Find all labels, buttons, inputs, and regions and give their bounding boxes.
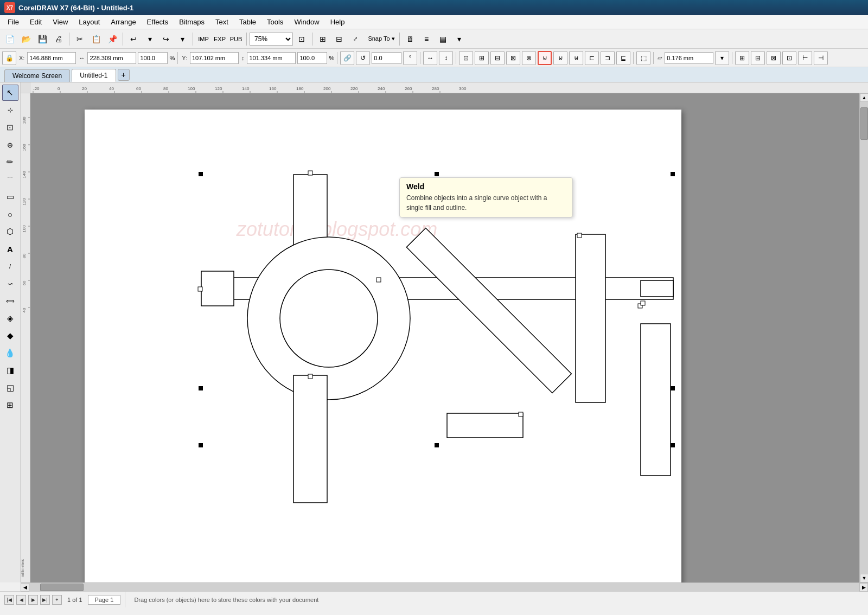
inner-circle[interactable] <box>280 270 378 367</box>
right-tall-rect[interactable] <box>576 234 605 402</box>
diagonal-rect[interactable] <box>406 228 571 393</box>
snap-to-dropdown[interactable]: Snap To ▾ <box>364 31 397 47</box>
menu-table[interactable]: Table <box>234 16 261 28</box>
prev-page-btn[interactable]: ◀ <box>16 595 26 605</box>
scroll-up-btn[interactable]: ▲ <box>860 93 868 102</box>
blend-tool-btn[interactable]: ⟺ <box>2 293 18 309</box>
menu-bitmaps[interactable]: Bitmaps <box>174 16 210 28</box>
angle-unit-btn[interactable]: ° <box>403 51 417 65</box>
menu-window[interactable]: Window <box>289 16 324 28</box>
rotate-btn[interactable]: ↺ <box>356 51 370 65</box>
view-drop-button[interactable]: ▾ <box>451 31 467 47</box>
crop-tool-btn[interactable]: ⊡ <box>2 119 18 136</box>
h-input[interactable] <box>247 52 296 64</box>
shadow-btn[interactable]: ◱ <box>2 380 18 396</box>
next-page-btn[interactable]: ▶ <box>28 595 38 605</box>
align-dist-btn[interactable]: ⊞ <box>735 51 749 65</box>
diagonal-rect-group[interactable] <box>406 228 571 393</box>
undo-dropdown[interactable]: ▾ <box>142 31 157 47</box>
fill-tool-btn[interactable]: ◈ <box>2 310 18 326</box>
arrange-btn1[interactable]: ⊡ <box>459 51 473 65</box>
save-button[interactable]: 💾 <box>35 31 50 47</box>
back-minus-btn[interactable]: ⊑ <box>616 51 630 65</box>
align-btn3[interactable]: ⊠ <box>767 51 781 65</box>
canvas-area[interactable]: zotutorial.blogspot.com × <box>30 93 859 582</box>
menu-layout[interactable]: Layout <box>73 16 105 28</box>
menu-help[interactable]: Help <box>325 16 350 28</box>
cut-button[interactable]: ✂ <box>72 31 87 47</box>
paste-button[interactable]: 📌 <box>105 31 120 47</box>
freehand-tool-btn[interactable]: ✏ <box>2 154 18 170</box>
smart-fill-btn[interactable]: ◆ <box>2 328 18 344</box>
drawing-canvas[interactable]: × <box>85 110 681 582</box>
ellipse-tool-btn[interactable]: ○ <box>2 206 18 222</box>
right-tab[interactable] <box>641 280 673 297</box>
zoom-to-fit[interactable]: ⊡ <box>294 31 309 47</box>
scroll-track-right[interactable] <box>860 102 868 574</box>
scroll-thumb-bottom[interactable] <box>40 584 84 591</box>
select-tool-btn[interactable]: ↖ <box>2 85 18 101</box>
intersect-btn[interactable]: ⊎ <box>569 51 583 65</box>
redo-dropdown[interactable]: ▾ <box>175 31 190 47</box>
prop-lock-btn[interactable]: 🔒 <box>2 51 16 65</box>
left-tab[interactable] <box>201 271 234 306</box>
tab-untitled[interactable]: Untitled-1 <box>72 69 116 82</box>
first-page-btn[interactable]: |◀ <box>4 595 14 605</box>
export-button[interactable]: EXP <box>212 31 227 47</box>
drawing-page[interactable]: zotutorial.blogspot.com × <box>85 110 681 582</box>
transform-btn[interactable]: ⊞ <box>2 397 18 413</box>
view-mode-button[interactable]: 🖥 <box>403 31 418 47</box>
text-tool-btn[interactable]: A <box>2 241 18 257</box>
menu-text[interactable]: Text <box>210 16 234 28</box>
redo-button[interactable]: ↪ <box>158 31 174 47</box>
scale-h-input[interactable] <box>297 52 327 64</box>
guidelines-button[interactable]: ⊟ <box>331 31 347 47</box>
zoom-tool-btn[interactable]: ⊕ <box>2 137 18 153</box>
import-button[interactable]: IMP <box>196 31 211 47</box>
arrange-btn3[interactable]: ⊟ <box>490 51 505 65</box>
trim-btn[interactable]: ⊍ <box>553 51 567 65</box>
scroll-track-bottom[interactable] <box>29 583 859 591</box>
node-tool-btn[interactable]: ⊹ <box>2 102 18 118</box>
outline-input[interactable] <box>665 52 713 64</box>
snap-button[interactable]: ⤢ <box>348 31 363 47</box>
simplify-btn[interactable]: ⊏ <box>585 51 599 65</box>
eyedropper-btn[interactable]: 💧 <box>2 345 18 361</box>
tab-welcome[interactable]: Welcome Screen <box>4 69 70 82</box>
w-input[interactable] <box>87 52 136 64</box>
menu-arrange[interactable]: Arrange <box>105 16 141 28</box>
grid-button[interactable]: ⊞ <box>315 31 330 47</box>
align-btn5[interactable]: ⊢ <box>798 51 812 65</box>
print-button[interactable]: 🖨 <box>51 31 66 47</box>
page-tab[interactable]: Page 1 <box>88 595 121 605</box>
right-scrollbar[interactable]: ▲ ▼ <box>859 93 868 582</box>
arrange-btn5[interactable]: ⊗ <box>522 51 536 65</box>
lock-ratio-btn[interactable]: 🔗 <box>340 51 354 65</box>
bottom-scrollbar[interactable]: ◀ ▶ <box>21 582 868 591</box>
zoom-select[interactable]: 75% 50% 100% 150% 200% <box>250 33 293 46</box>
angle-input[interactable] <box>372 52 401 64</box>
scroll-thumb-right[interactable] <box>860 107 868 140</box>
scroll-right-btn[interactable]: ▶ <box>859 583 868 592</box>
flip-v-btn[interactable]: ↕ <box>439 51 453 65</box>
add-page-btn[interactable]: + <box>52 595 62 605</box>
bottom-vertical-rect[interactable] <box>293 375 327 503</box>
menu-view[interactable]: View <box>47 16 73 28</box>
smart-draw-btn[interactable]: ⌒ <box>2 171 18 188</box>
flip-h-btn[interactable]: ↔ <box>423 51 437 65</box>
view-wire-button[interactable]: ≡ <box>419 31 434 47</box>
scroll-left-btn[interactable]: ◀ <box>21 583 29 592</box>
tab-add-button[interactable]: + <box>118 69 130 81</box>
group-btn[interactable]: ⬚ <box>636 51 650 65</box>
arrange-btn4[interactable]: ⊠ <box>506 51 520 65</box>
y-input[interactable] <box>190 52 239 64</box>
scale-w-input[interactable] <box>138 52 168 64</box>
align-btn2[interactable]: ⊟ <box>751 51 765 65</box>
align-btn4[interactable]: ⊡ <box>782 51 796 65</box>
menu-effects[interactable]: Effects <box>142 16 174 28</box>
menu-tools[interactable]: Tools <box>261 16 289 28</box>
far-right-rect[interactable] <box>641 324 671 476</box>
open-button[interactable]: 📂 <box>18 31 34 47</box>
arrange-btn2[interactable]: ⊞ <box>475 51 489 65</box>
interactive-fill-btn[interactable]: ◨ <box>2 362 18 379</box>
